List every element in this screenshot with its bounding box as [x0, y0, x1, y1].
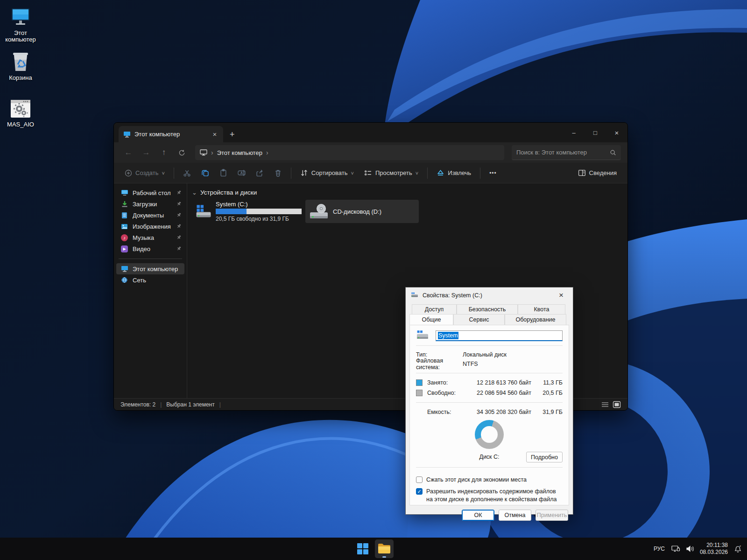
- index-checkbox-row[interactable]: ✓ Разрешить индексировать содержимое фай…: [416, 488, 563, 503]
- index-checkbox[interactable]: ✓: [416, 488, 423, 495]
- notification-bell-icon[interactable]: z: [733, 545, 742, 553]
- search-icon[interactable]: [610, 149, 616, 156]
- close-button[interactable]: ×: [606, 123, 627, 142]
- view-icon: [364, 169, 372, 177]
- details-pane-icon: [578, 169, 586, 177]
- used-bytes: 12 218 613 760 байт: [470, 379, 531, 386]
- music-note-glyph: ♪: [121, 234, 128, 241]
- search-input[interactable]: Поиск в: Этот компьютер: [512, 145, 621, 160]
- drive-free-space: 20,5 ГБ свободно из 31,9 ГБ: [216, 216, 302, 222]
- cut-icon: [183, 169, 191, 177]
- sidebar-item-videos[interactable]: ▶ Видео: [116, 243, 184, 254]
- explorer-tab[interactable]: Этот компьютер ×: [119, 126, 223, 142]
- drive-item-c[interactable]: System (C:) 20,5 ГБ свободно из 31,9 ГБ: [192, 200, 305, 223]
- sort-button[interactable]: Сортировать ˅: [296, 166, 358, 180]
- navigation-pane: Рабочий стол Загрузки Документы: [114, 183, 187, 398]
- rename-button[interactable]: [233, 166, 250, 180]
- apply-button[interactable]: Применить: [536, 510, 568, 521]
- maximize-button[interactable]: □: [585, 123, 606, 142]
- status-separator: |: [160, 401, 162, 408]
- compress-label: Сжать этот диск для экономии места: [426, 476, 527, 483]
- toolbar-separator: [291, 168, 291, 179]
- cd-drive-icon: [309, 203, 329, 220]
- chevron-down-icon: ˅: [351, 170, 354, 176]
- language-indicator[interactable]: РУС: [653, 546, 666, 552]
- ok-button[interactable]: ОК: [462, 510, 494, 521]
- pin-icon: [176, 201, 182, 207]
- sidebar-item-label: Рабочий стол: [133, 189, 172, 196]
- up-button[interactable]: ↑: [156, 146, 172, 160]
- sidebar-item-desktop[interactable]: Рабочий стол: [116, 187, 184, 198]
- desktop-icon-mas-aio[interactable]: MAS_AIO: [0, 97, 41, 128]
- large-icons-view-icon[interactable]: [613, 401, 621, 408]
- details-view-icon[interactable]: [601, 401, 609, 408]
- copy-button[interactable]: [197, 166, 213, 180]
- share-button[interactable]: [252, 166, 268, 180]
- sidebar-item-music[interactable]: ♪ Музыка: [116, 232, 184, 243]
- taskbar-clock[interactable]: 20:11:38 08.03.2026: [700, 542, 728, 556]
- drive-item-d[interactable]: CD-дисковод (D:): [305, 200, 419, 223]
- toolbar-separator: [174, 168, 174, 179]
- create-button[interactable]: Создать ˅: [120, 167, 169, 180]
- sidebar-item-pictures[interactable]: Изображения: [116, 221, 184, 232]
- windows-logo-icon: [357, 543, 369, 555]
- compress-checkbox[interactable]: [416, 476, 423, 483]
- compress-checkbox-row[interactable]: Сжать этот диск для экономии места: [416, 476, 563, 483]
- tab-access[interactable]: Доступ: [412, 304, 457, 314]
- type-value: Локальный диск: [463, 351, 507, 358]
- start-button[interactable]: [353, 539, 372, 558]
- more-options-button[interactable]: •••: [485, 167, 501, 179]
- sidebar-item-documents[interactable]: Документы: [116, 210, 184, 221]
- forward-button[interactable]: →: [138, 146, 154, 160]
- eject-button[interactable]: Извлечь: [432, 166, 475, 180]
- desktop-folder-icon: [120, 189, 128, 196]
- divider: [416, 373, 563, 373]
- toolbar-separator: [480, 168, 480, 179]
- desktop-icon-this-pc[interactable]: Этот компьютер: [0, 6, 41, 42]
- dialog-close-button[interactable]: ×: [554, 291, 568, 300]
- chevron-right-icon[interactable]: ›: [266, 149, 268, 156]
- desktop-icon-recycle-bin[interactable]: Корзина: [0, 50, 41, 81]
- sidebar-item-network[interactable]: Сеть: [116, 274, 184, 286]
- tab-hardware[interactable]: Оборудование: [505, 314, 566, 325]
- drive-name: CD-дисковод (D:): [333, 208, 415, 215]
- volume-label-input[interactable]: System: [436, 330, 563, 341]
- delete-button[interactable]: [270, 166, 286, 180]
- tab-close-icon[interactable]: ×: [210, 130, 219, 138]
- tab-security[interactable]: Безопасность: [457, 304, 518, 314]
- status-separator: |: [219, 401, 221, 408]
- chevron-down-icon[interactable]: ⌄: [192, 189, 197, 196]
- capacity-bytes: 34 305 208 320 байт: [470, 409, 531, 415]
- pin-icon: [176, 224, 182, 229]
- view-label: Просмотреть: [375, 169, 412, 176]
- cut-button[interactable]: [179, 166, 195, 180]
- dialog-title-bar: Свойства: System (C:) ×: [406, 287, 573, 303]
- taskbar-file-explorer-button[interactable]: [375, 539, 394, 558]
- back-button[interactable]: ←: [120, 146, 136, 160]
- sidebar-item-this-pc[interactable]: Этот компьютер: [116, 263, 184, 274]
- create-label: Создать: [135, 169, 158, 176]
- tab-tools[interactable]: Сервис: [453, 314, 505, 325]
- view-button[interactable]: Просмотреть ˅: [360, 166, 423, 180]
- sidebar-item-label: Загрузки: [133, 201, 172, 208]
- volume-icon[interactable]: [686, 545, 694, 553]
- drive-usage-fill: [216, 209, 247, 214]
- network-icon[interactable]: [671, 545, 680, 553]
- section-header-devices[interactable]: ⌄ Устройства и диски: [192, 189, 623, 196]
- breadcrumb[interactable]: › Этот компьютер ›: [195, 145, 504, 160]
- check-icon: ✓: [417, 489, 421, 494]
- minimize-button[interactable]: –: [563, 123, 585, 142]
- pin-icon: [176, 212, 182, 218]
- new-tab-button[interactable]: +: [230, 130, 235, 140]
- paste-button[interactable]: [215, 166, 232, 180]
- breadcrumb-item[interactable]: Этот компьютер: [217, 149, 262, 156]
- plus-circle-icon: [125, 169, 132, 177]
- details-button[interactable]: Подробно: [526, 452, 563, 462]
- dialog-tabs: Доступ Безопасность Квота Общие Сервис О…: [406, 303, 573, 325]
- details-pane-button[interactable]: Сведения: [574, 166, 621, 180]
- tab-quota[interactable]: Квота: [518, 304, 565, 314]
- sidebar-item-downloads[interactable]: Загрузки: [116, 198, 184, 210]
- refresh-button[interactable]: [174, 146, 190, 160]
- tab-general[interactable]: Общие: [409, 314, 453, 325]
- cancel-button[interactable]: Отмена: [499, 510, 531, 521]
